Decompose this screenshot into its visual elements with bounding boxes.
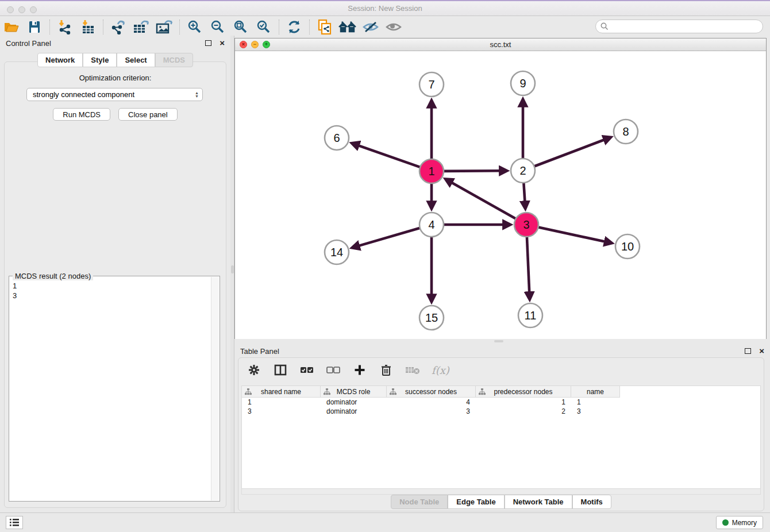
node-10[interactable]: 10 xyxy=(615,234,640,259)
zoom-out-icon[interactable] xyxy=(206,18,229,36)
node-table[interactable]: shared nameMCDS rolesuccessor nodesprede… xyxy=(241,385,761,489)
close-panel-icon[interactable]: × xyxy=(220,40,225,46)
cell-MCDS-role[interactable]: dominator xyxy=(321,398,387,407)
import-table-icon[interactable] xyxy=(76,18,99,36)
splitter-handle[interactable] xyxy=(231,265,234,273)
horizontal-splitter[interactable] xyxy=(234,339,770,344)
tab-style[interactable]: Style xyxy=(83,53,117,67)
float-panel-icon[interactable] xyxy=(745,348,751,354)
search-box[interactable] xyxy=(595,20,763,33)
network-window-titlebar[interactable]: × − + scc.txt xyxy=(235,38,766,51)
minimize-network-icon[interactable]: − xyxy=(251,41,259,48)
show-all-icon[interactable] xyxy=(382,18,405,36)
cell-successor-nodes[interactable]: 4 xyxy=(387,398,476,407)
apply-layout-icon[interactable] xyxy=(283,18,306,36)
node-2[interactable]: 2 xyxy=(511,159,535,183)
cell-name[interactable]: 1 xyxy=(571,398,620,407)
cell-predecessor-nodes[interactable]: 1 xyxy=(476,398,571,407)
close-panel-button[interactable]: Close panel xyxy=(118,108,178,121)
tab-motifs[interactable]: Motifs xyxy=(572,495,611,509)
close-window-icon[interactable] xyxy=(7,6,14,13)
tab-network-table[interactable]: Network Table xyxy=(505,495,572,509)
node-7[interactable]: 7 xyxy=(419,72,444,97)
add-row-icon[interactable] xyxy=(352,363,367,377)
tab-node-table[interactable]: Node Table xyxy=(391,495,448,509)
column-header-name[interactable]: name xyxy=(571,386,620,398)
edge-3-1[interactable] xyxy=(451,182,517,219)
edge-2-3[interactable] xyxy=(523,182,525,203)
hide-selected-icon[interactable] xyxy=(359,18,382,36)
export-network-icon[interactable] xyxy=(107,18,130,36)
cell-MCDS-role[interactable]: dominator xyxy=(321,407,387,416)
column-header-predecessor-nodes[interactable]: predecessor nodes xyxy=(476,386,571,398)
node-1[interactable]: 1 xyxy=(419,159,444,183)
edge-3-10[interactable] xyxy=(537,227,606,242)
column-header-shared-name[interactable]: shared name xyxy=(242,386,321,398)
node-9[interactable]: 9 xyxy=(511,71,535,95)
table-row[interactable]: 3dominator323 xyxy=(242,407,760,416)
memory-button[interactable]: Memory xyxy=(716,516,763,529)
tab-edge-table[interactable]: Edge Table xyxy=(448,495,504,509)
import-network-icon[interactable] xyxy=(53,18,76,36)
node-11[interactable]: 11 xyxy=(518,303,542,327)
node-14[interactable]: 14 xyxy=(325,240,349,264)
node-3[interactable]: 3 xyxy=(514,213,538,237)
network-graph[interactable]: 7968124314101511 xyxy=(235,51,766,339)
cell-shared-name[interactable]: 3 xyxy=(242,407,321,416)
minimize-window-icon[interactable] xyxy=(18,6,25,13)
zoom-in-icon[interactable] xyxy=(183,18,206,36)
task-history-button[interactable] xyxy=(6,516,23,529)
tab-mcds[interactable]: MCDS xyxy=(155,53,193,67)
column-header-MCDS-role[interactable]: MCDS role xyxy=(321,386,387,398)
edge-4-14[interactable] xyxy=(357,228,421,246)
window-controls[interactable] xyxy=(7,6,37,13)
mcds-result-text[interactable]: 1 3 xyxy=(13,281,210,500)
export-image-icon[interactable] xyxy=(153,18,176,36)
node-15[interactable]: 15 xyxy=(419,306,444,330)
maximize-window-icon[interactable] xyxy=(30,6,37,13)
first-neighbors-icon[interactable] xyxy=(336,18,359,36)
cell-successor-nodes[interactable]: 3 xyxy=(387,407,476,416)
select-all-icon[interactable] xyxy=(299,363,314,377)
search-input[interactable] xyxy=(611,22,763,31)
function-builder-icon[interactable]: f(x) xyxy=(432,364,449,376)
delete-table-icon[interactable] xyxy=(405,363,420,377)
close-network-icon[interactable]: × xyxy=(240,41,247,48)
cell-predecessor-nodes[interactable]: 2 xyxy=(476,407,571,416)
zoom-selected-icon[interactable] xyxy=(252,18,275,36)
deselect-all-icon[interactable] xyxy=(326,363,341,377)
edge-2-8[interactable] xyxy=(533,139,606,167)
edge-1-6[interactable] xyxy=(357,145,421,168)
close-panel-icon[interactable]: × xyxy=(759,348,764,354)
tab-network[interactable]: Network xyxy=(37,53,83,67)
optimization-criterion-dropdown[interactable]: strongly connected component ▲▼ xyxy=(26,88,203,101)
network-canvas[interactable]: 7968124314101511 xyxy=(235,51,766,339)
maximize-network-icon[interactable]: + xyxy=(263,41,270,48)
cell-name[interactable]: 3 xyxy=(571,407,620,416)
node-6[interactable]: 6 xyxy=(325,126,349,150)
delete-row-icon[interactable] xyxy=(379,363,394,377)
column-header-successor-nodes[interactable]: successor nodes xyxy=(387,386,476,398)
zoom-fit-icon[interactable] xyxy=(229,18,252,36)
edge-1-2[interactable] xyxy=(442,171,501,171)
node-8[interactable]: 8 xyxy=(614,119,638,144)
column-label: shared name xyxy=(261,388,301,396)
clone-network-icon[interactable] xyxy=(313,18,336,36)
settings-gear-icon[interactable] xyxy=(247,363,261,377)
node-4[interactable]: 4 xyxy=(419,213,444,237)
open-session-icon[interactable] xyxy=(0,18,23,36)
table-row[interactable]: 1dominator411 xyxy=(242,398,760,407)
edge-3-11[interactable] xyxy=(527,236,529,294)
vertical-splitter[interactable] xyxy=(230,36,234,512)
run-mcds-button[interactable]: Run MCDS xyxy=(53,108,110,121)
mcds-panel: Optimization criterion: strongly connect… xyxy=(4,61,226,508)
result-scrollbar[interactable] xyxy=(211,277,219,500)
tab-select[interactable]: Select xyxy=(117,53,155,67)
save-session-icon[interactable] xyxy=(23,18,46,36)
float-panel-icon[interactable] xyxy=(205,40,211,46)
splitter-handle[interactable] xyxy=(494,340,503,342)
show-columns-icon[interactable] xyxy=(273,363,288,377)
export-table-icon[interactable] xyxy=(130,18,153,36)
toolbar-separator xyxy=(309,20,310,34)
cell-shared-name[interactable]: 1 xyxy=(242,398,321,407)
